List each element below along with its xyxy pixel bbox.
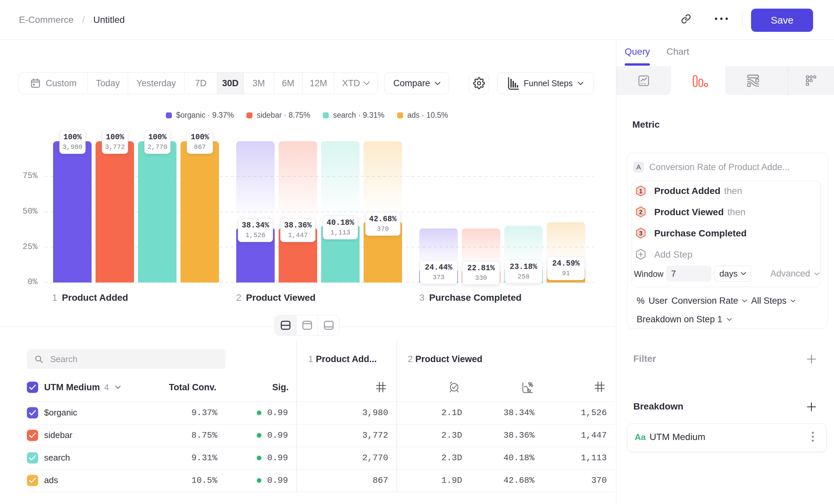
- svg-text:1: 1: [639, 188, 642, 194]
- svg-text:2: 2: [639, 209, 642, 215]
- svg-text:3: 3: [639, 230, 642, 237]
